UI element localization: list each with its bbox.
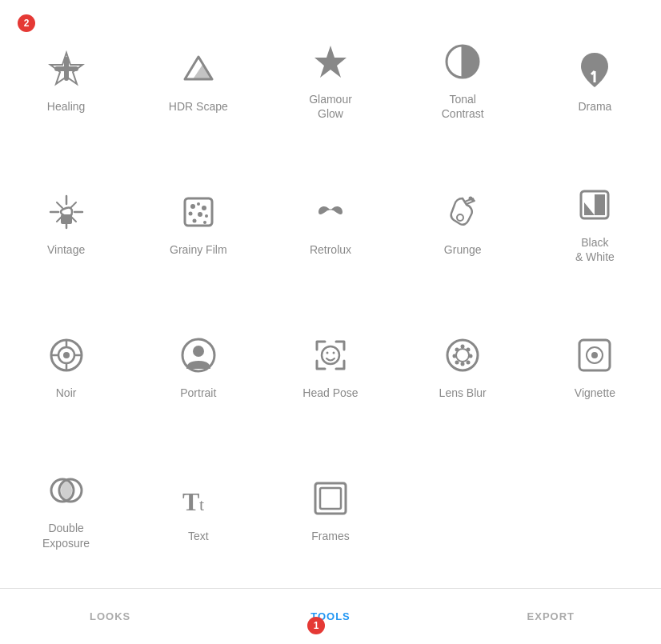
- nav-tools[interactable]: 1 TOOLS: [220, 610, 440, 622]
- svg-marker-4: [314, 46, 347, 78]
- vintage-label: Vintage: [47, 242, 85, 257]
- tool-grainy-film[interactable]: Grainy Film: [132, 151, 264, 294]
- svg-point-36: [326, 351, 328, 354]
- tonal-icon: [439, 38, 487, 86]
- svg-point-40: [455, 347, 459, 351]
- svg-point-45: [467, 360, 471, 364]
- tool-hdr-scape[interactable]: HDR Scape: [132, 8, 264, 151]
- tool-double-exposure[interactable]: DoubleExposure: [0, 437, 132, 580]
- tool-drama[interactable]: Drama: [529, 8, 661, 151]
- svg-rect-56: [320, 488, 341, 509]
- drama-icon: [571, 45, 619, 93]
- tool-lens-blur[interactable]: Lens Blur: [397, 294, 529, 438]
- headpose-icon: [306, 331, 355, 379]
- tool-frames[interactable]: Frames: [264, 437, 396, 580]
- grainy-label: Grainy Film: [170, 242, 227, 257]
- nav-export-label: EXPORT: [527, 610, 575, 622]
- svg-point-47: [461, 362, 465, 366]
- svg-point-35: [322, 346, 339, 364]
- hdr-icon: [174, 45, 222, 93]
- tool-tonal-contrast[interactable]: TonalContrast: [397, 8, 529, 151]
- vintage-icon: [42, 188, 90, 236]
- portrait-icon: [174, 331, 222, 379]
- text-label: Text: [188, 529, 209, 543]
- healing-icon: [42, 45, 90, 93]
- lensblur-icon: [439, 331, 487, 379]
- vignette-label: Vignette: [575, 386, 615, 400]
- tool-healing[interactable]: 2 Healing: [0, 8, 132, 151]
- healing-badge: 2: [18, 14, 35, 32]
- svg-rect-9: [61, 214, 72, 224]
- glamour-label: GlamourGlow: [309, 92, 352, 121]
- svg-point-14: [188, 212, 192, 216]
- healing-label: Healing: [47, 99, 85, 114]
- tool-retrolux[interactable]: Retrolux: [264, 151, 396, 294]
- tonal-label: TonalContrast: [442, 92, 484, 121]
- svg-text:T: T: [182, 487, 199, 516]
- tool-empty-2: [529, 437, 661, 580]
- tool-portrait[interactable]: Portrait: [132, 294, 264, 438]
- svg-point-28: [63, 352, 70, 358]
- bw-label: Black& White: [575, 235, 615, 264]
- doubleexp-icon: [42, 466, 90, 514]
- svg-point-15: [198, 212, 202, 217]
- nav-looks-label: LOOKS: [90, 610, 130, 622]
- svg-point-43: [469, 354, 473, 358]
- svg-point-50: [591, 352, 598, 358]
- svg-text:t: t: [199, 494, 204, 514]
- svg-point-34: [193, 346, 204, 357]
- svg-rect-1: [64, 57, 69, 81]
- tool-grunge[interactable]: Grunge: [397, 151, 529, 294]
- tools-grid: 2 Healing HDR Scape: [0, 0, 661, 588]
- vignette-icon: [571, 331, 619, 379]
- noir-icon: [42, 331, 90, 379]
- svg-marker-3: [193, 65, 212, 79]
- tool-empty-1: [397, 437, 529, 580]
- bottom-nav: LOOKS 1 TOOLS EXPORT: [0, 588, 661, 644]
- glamour-icon: [306, 38, 355, 86]
- portrait-label: Portrait: [180, 386, 216, 400]
- frames-icon: [306, 474, 355, 522]
- svg-point-12: [197, 202, 200, 206]
- tool-head-pose[interactable]: Head Pose: [264, 294, 396, 438]
- text-icon: T t: [174, 474, 222, 522]
- tool-vignette[interactable]: Vignette: [529, 294, 661, 438]
- svg-point-42: [453, 354, 457, 358]
- grunge-icon: [439, 188, 487, 236]
- tool-text[interactable]: T t Text: [132, 437, 264, 580]
- hdr-label: HDR Scape: [169, 99, 228, 114]
- svg-point-23: [471, 198, 475, 202]
- frames-label: Frames: [311, 529, 349, 543]
- noir-label: Noir: [56, 386, 77, 400]
- bw-icon: [571, 181, 619, 229]
- retrolux-icon: [306, 188, 355, 236]
- svg-point-41: [467, 347, 471, 351]
- grainy-icon: [174, 188, 222, 236]
- svg-point-18: [203, 221, 206, 224]
- nav-export[interactable]: EXPORT: [441, 610, 661, 622]
- svg-point-46: [461, 344, 465, 348]
- headpose-label: Head Pose: [302, 386, 358, 400]
- svg-point-17: [192, 219, 196, 223]
- retrolux-label: Retrolux: [310, 242, 351, 257]
- tools-badge: 1: [307, 617, 325, 634]
- tool-vintage[interactable]: Vintage: [0, 151, 132, 294]
- tool-noir[interactable]: Noir: [0, 294, 132, 438]
- svg-point-16: [205, 214, 208, 218]
- svg-point-13: [202, 206, 206, 210]
- drama-label: Drama: [578, 99, 611, 114]
- svg-point-19: [457, 214, 463, 221]
- lensblur-label: Lens Blur: [439, 386, 487, 400]
- nav-looks[interactable]: LOOKS: [0, 610, 220, 622]
- doubleexp-label: DoubleExposure: [42, 521, 90, 550]
- tool-black-white[interactable]: Black& White: [529, 151, 661, 294]
- svg-point-37: [332, 351, 335, 354]
- svg-point-11: [190, 204, 195, 209]
- tool-glamour-glow[interactable]: GlamourGlow: [264, 8, 396, 151]
- svg-marker-25: [584, 202, 595, 215]
- svg-point-44: [455, 360, 459, 364]
- grunge-label: Grunge: [444, 242, 482, 257]
